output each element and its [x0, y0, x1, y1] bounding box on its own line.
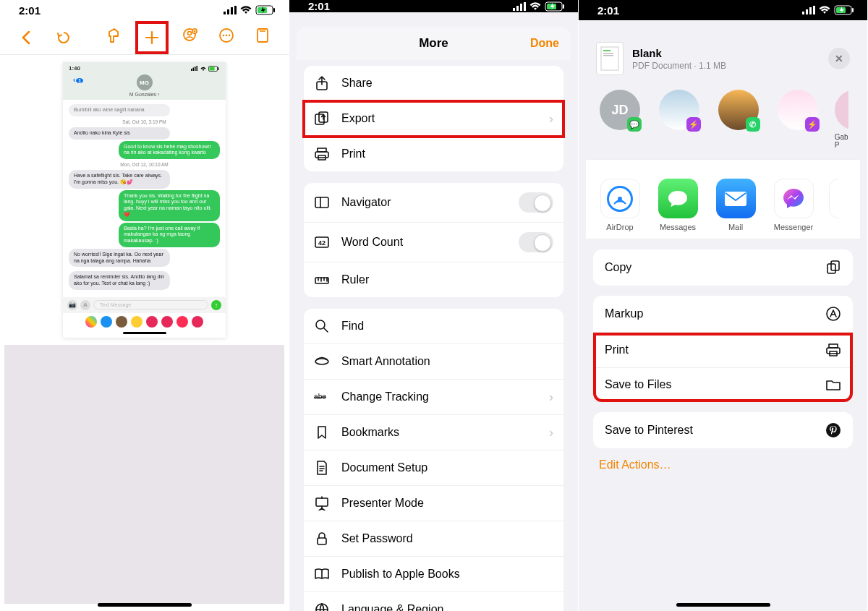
share-contact[interactable]: ✆ — [716, 90, 761, 149]
svg-rect-47 — [806, 9, 808, 14]
share-app-messages[interactable]: Messages — [655, 179, 700, 231]
ruler-icon — [314, 272, 330, 288]
menu-row-smart-annotation[interactable]: Smart Annotation — [304, 344, 563, 380]
svg-rect-54 — [603, 50, 610, 51]
close-button[interactable]: ✕ — [828, 48, 850, 69]
share-app-partial[interactable]: ⋮ — [829, 179, 839, 231]
menu-row-book[interactable]: Publish to Apple Books — [304, 557, 563, 592]
action-label: Markup — [605, 307, 643, 320]
menu-row-change-tracking[interactable]: abe Change Tracking› — [304, 380, 563, 415]
tray-icon — [116, 316, 127, 328]
menu-group-3: Find Smart Annotationabe Change Tracking… — [304, 309, 563, 611]
share-app-airdrop[interactable]: AirDrop — [597, 179, 642, 231]
share-contact[interactable]: ⚡ — [657, 90, 702, 149]
menu-row-lock[interactable]: Set Password — [304, 521, 563, 557]
action-markup[interactable]: Markup — [593, 296, 853, 333]
action-copy[interactable]: Copy — [593, 249, 853, 286]
share-app-mail[interactable]: Mail — [713, 179, 758, 231]
toggle[interactable] — [519, 192, 553, 213]
print-icon — [825, 343, 841, 357]
menu-row-print[interactable]: Print — [304, 137, 563, 171]
action-files[interactable]: Save to Files — [593, 368, 853, 402]
screenshot-object[interactable]: 1:40 ‹1 MG M Gonzales › Bumibili ako win… — [63, 62, 226, 338]
apps-row[interactable]: AirDropMessagesMailMessenger⋮ — [586, 159, 860, 239]
menu-row-wordcount[interactable]: 42 Word Count — [304, 223, 563, 262]
collaborate-button[interactable] — [177, 22, 203, 48]
menu-row-share[interactable]: Share — [304, 66, 563, 101]
svg-point-13 — [229, 34, 231, 36]
svg-rect-3 — [234, 6, 237, 14]
contacts-row[interactable]: JD💬⚡✆⚡GabP — [586, 85, 860, 159]
phone-2: 2:01 More Done Share Export› Print Navig… — [289, 0, 579, 611]
msg-bubble: Thank you sis. Waiting for the flight na… — [119, 190, 220, 221]
msg-bubble: Good to know sis hehe mag shoshowrr na r… — [119, 141, 220, 160]
back-button[interactable] — [13, 25, 39, 51]
svg-rect-51 — [852, 8, 854, 12]
menu-row-export[interactable]: Export› — [304, 101, 563, 137]
undo-button[interactable] — [51, 25, 77, 51]
status-icons — [802, 5, 854, 15]
document-canvas[interactable]: 1:40 ‹1 MG M Gonzales › Bumibili ako win… — [0, 55, 289, 611]
msg-date: Mon, Oct 12, 10:10 AM — [69, 162, 220, 167]
menu-label: Export — [341, 112, 375, 125]
toggle[interactable] — [519, 232, 553, 252]
svg-rect-5 — [273, 8, 275, 12]
wordcount-icon: 42 — [314, 234, 330, 250]
chevron-right-icon: › — [549, 390, 553, 405]
svg-rect-36 — [315, 197, 328, 208]
menu-row-doc-setup[interactable]: Document Setup — [304, 450, 563, 486]
pages-toolbar — [0, 20, 289, 55]
inner-back-icon: ‹1 — [73, 76, 83, 84]
home-indicator[interactable] — [676, 603, 770, 607]
share-contact[interactable]: ⚡ — [775, 90, 820, 149]
menu-row-navigator[interactable]: Navigator — [304, 183, 563, 223]
svg-rect-18 — [195, 67, 196, 71]
lock-icon — [314, 531, 330, 547]
edit-actions-link[interactable]: Edit Actions… — [586, 448, 860, 482]
music-icon — [176, 316, 188, 328]
action-print[interactable]: Print — [593, 333, 853, 368]
contact-avatar: MG — [137, 74, 153, 90]
share-contact[interactable]: JD💬 — [597, 90, 642, 149]
svg-rect-48 — [809, 7, 812, 14]
status-bar: 2:01 — [579, 0, 867, 20]
menu-row-find[interactable]: Find — [304, 309, 563, 344]
whatsapp-badge-icon: ✆ — [746, 117, 760, 132]
send-icon: ↑ — [211, 300, 221, 310]
status-icons — [513, 1, 565, 12]
menu-label: Share — [341, 77, 373, 90]
menu-label: Find — [341, 320, 364, 333]
action-pinterest[interactable]: Save to Pinterest — [593, 412, 853, 448]
doc-subtitle: PDF Document · 1.1 MB — [632, 61, 726, 71]
add-button[interactable] — [137, 22, 167, 53]
svg-rect-21 — [210, 67, 215, 70]
svg-rect-49 — [813, 6, 815, 14]
canvas-empty-area[interactable] — [4, 345, 284, 604]
menu-label: Word Count — [341, 236, 403, 249]
svg-point-61 — [827, 307, 840, 320]
copy-icon — [825, 260, 841, 275]
share-app-messenger[interactable]: Messenger — [771, 179, 816, 231]
msg-bubble: Basta ha? I'm just one call away if maku… — [119, 223, 220, 247]
camera-icon: 📷 — [67, 300, 77, 310]
home-indicator[interactable] — [98, 603, 192, 607]
more-button[interactable] — [213, 22, 239, 48]
menu-label: Presenter Mode — [341, 497, 424, 510]
app-label: Messenger — [771, 223, 816, 231]
menu-row-ruler[interactable]: Ruler — [304, 262, 563, 297]
brush-button[interactable] — [101, 22, 127, 48]
phone-3: 2:01 Blank PDF Document · 1.1 MB ✕ JD💬⚡✆… — [579, 0, 868, 611]
action-group-copy: Copy — [593, 249, 853, 286]
wifi-icon — [240, 6, 252, 14]
menu-row-globe[interactable]: Language & Region — [304, 592, 563, 611]
menu-row-presenter[interactable]: Presenter Mode — [304, 486, 563, 521]
menu-row-bookmarks[interactable]: Bookmarks› — [304, 415, 563, 450]
panel-button[interactable] — [250, 22, 276, 48]
done-button[interactable]: Done — [530, 37, 559, 50]
battery-icon — [545, 1, 565, 12]
status-time: 2:01 — [19, 4, 41, 17]
status-time: 2:01 — [597, 4, 619, 17]
battery-icon — [834, 5, 854, 15]
share-contact-partial[interactable]: GabP — [835, 90, 848, 149]
status-icons — [224, 5, 276, 15]
